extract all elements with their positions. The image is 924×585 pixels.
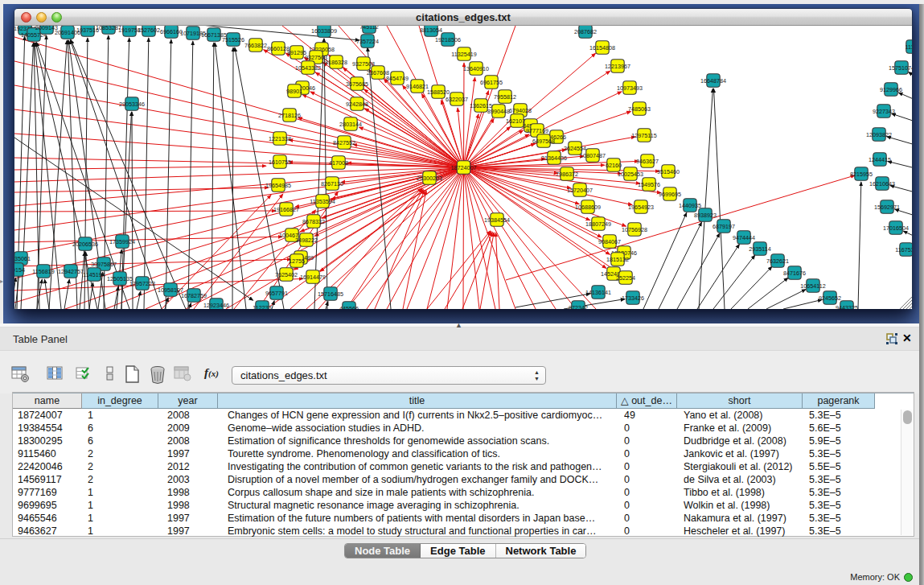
svg-text:9084067: 9084067 (598, 238, 621, 245)
svg-text:10543382: 10543382 (295, 64, 321, 72)
svg-text:10688609: 10688609 (575, 204, 601, 211)
svg-text:7625402: 7625402 (275, 271, 298, 278)
svg-text:1527602: 1527602 (138, 27, 160, 34)
svg-text:9129966: 9129966 (880, 86, 902, 93)
svg-text:9327508: 9327508 (352, 60, 375, 68)
svg-text:1145194: 1145194 (83, 271, 105, 278)
svg-text:30975867: 30975867 (91, 261, 117, 268)
svg-text:6879197: 6879197 (713, 223, 735, 230)
svg-text:9777169: 9777169 (526, 127, 548, 134)
svg-text:7485063: 7485063 (628, 105, 651, 113)
svg-text:16782759: 16782759 (181, 292, 207, 299)
svg-text:3624554: 3624554 (564, 145, 586, 152)
svg-text:8813054: 8813054 (420, 27, 442, 34)
svg-text:1610755: 1610755 (269, 159, 291, 166)
svg-text:8186328: 8186328 (325, 59, 347, 66)
svg-text:19166827: 19166827 (273, 206, 299, 213)
svg-text:8471676: 8471676 (783, 270, 806, 277)
svg-text:6322037: 6322037 (446, 96, 468, 103)
svg-text:1549576: 1549576 (638, 181, 660, 188)
svg-text:10756928: 10756928 (622, 226, 647, 233)
svg-text:3498222: 3498222 (295, 237, 318, 244)
svg-text:13640910: 13640910 (463, 65, 489, 72)
svg-text:1167533: 1167533 (895, 246, 912, 253)
svg-text:9463627: 9463627 (636, 158, 659, 165)
svg-text:252254: 252254 (616, 274, 635, 282)
svg-text:12942757: 12942757 (58, 268, 84, 275)
svg-text:6966160: 6966160 (160, 28, 183, 35)
svg-text:1733426: 1733426 (622, 295, 644, 302)
svg-text:17359924: 17359924 (109, 238, 135, 245)
svg-text:11325419: 11325419 (451, 51, 476, 58)
svg-text:2935114: 2935114 (749, 245, 770, 253)
svg-text:62160: 62160 (606, 162, 622, 169)
svg-text:2803144: 2803144 (339, 121, 362, 128)
svg-text:11124: 11124 (906, 43, 912, 51)
svg-text:17957223: 17957223 (129, 280, 155, 287)
svg-text:12093822: 12093822 (866, 131, 892, 138)
svg-text:19384554: 19384554 (484, 216, 510, 224)
svg-text:8454749: 8454749 (386, 75, 409, 82)
svg-text:8938923: 8938923 (694, 212, 717, 219)
svg-text:9242848: 9242848 (346, 101, 368, 108)
svg-text:12213967: 12213967 (605, 63, 630, 70)
svg-text:8660128: 8660128 (267, 45, 290, 52)
svg-text:16210643: 16210643 (869, 180, 895, 187)
svg-text:25300203: 25300203 (417, 175, 442, 182)
svg-text:7515526: 7515526 (222, 36, 244, 43)
svg-text:9474444: 9474444 (733, 234, 755, 241)
svg-text:6961755: 6961755 (480, 79, 503, 86)
svg-text:11353594: 11353594 (310, 198, 335, 205)
svg-text:15720407: 15720407 (567, 187, 593, 194)
svg-text:98901: 98901 (286, 88, 302, 95)
svg-text:9515460: 9515460 (657, 168, 680, 175)
svg-text:16914479: 16914479 (300, 274, 326, 281)
svg-text:2087682: 2087682 (574, 28, 597, 35)
svg-text:1588520: 1588520 (427, 89, 450, 96)
svg-text:8678332: 8678332 (302, 218, 325, 225)
svg-text:1221338: 1221338 (269, 135, 291, 142)
svg-text:10958107: 10958107 (158, 286, 183, 294)
svg-text:9245652: 9245652 (819, 295, 841, 302)
svg-text:17016504: 17016504 (883, 225, 909, 232)
svg-text:9227343: 9227343 (873, 108, 895, 115)
svg-text:445566: 445566 (339, 305, 359, 309)
svg-text:7357224: 7357224 (356, 38, 379, 45)
svg-text:10973493: 10973493 (617, 84, 643, 92)
svg-text:7632621: 7632621 (766, 257, 789, 265)
svg-text:29053346: 29053346 (119, 101, 145, 108)
svg-text:15692971: 15692971 (874, 204, 900, 211)
svg-text:14136141: 14136141 (585, 289, 611, 296)
svg-text:19654923: 19654923 (628, 204, 654, 211)
svg-text:10807487: 10807487 (580, 152, 606, 159)
svg-text:15716485: 15716485 (318, 290, 343, 298)
svg-text:417008: 417008 (329, 159, 348, 167)
svg-text:1156819: 1156819 (32, 268, 54, 275)
svg-text:872342: 872342 (569, 304, 588, 309)
svg-text:20206536: 20206536 (72, 241, 98, 248)
svg-text:9699695: 9699695 (659, 191, 681, 198)
svg-text:1815132: 1815132 (606, 256, 629, 263)
svg-text:8427552: 8427552 (333, 139, 355, 146)
svg-text:21364436: 21364436 (541, 154, 567, 162)
svg-text:8990448: 8990448 (487, 108, 510, 115)
svg-text:1440935: 1440935 (679, 202, 701, 209)
svg-text:8215955: 8215955 (850, 171, 873, 178)
svg-text:39154: 39154 (14, 266, 25, 274)
svg-text:6794028: 6794028 (509, 107, 532, 114)
svg-text:9146821: 9146821 (406, 83, 429, 90)
svg-text:7955812: 7955812 (494, 93, 516, 101)
svg-text:18807249: 18807249 (585, 220, 611, 228)
svg-text:19218506: 19218506 (435, 36, 461, 43)
svg-text:15751074: 15751074 (889, 64, 912, 72)
svg-text:745112: 745112 (359, 26, 378, 31)
svg-text:10025453: 10025453 (618, 171, 643, 178)
svg-text:16648784: 16648784 (700, 77, 726, 84)
svg-text:16033809: 16033809 (311, 27, 337, 35)
svg-text:19654985: 19654985 (265, 182, 291, 189)
svg-text:12975115: 12975115 (631, 132, 656, 139)
svg-text:3675685: 3675685 (346, 80, 368, 88)
svg-text:435061: 435061 (14, 255, 31, 262)
svg-text:10654112: 10654112 (800, 282, 825, 290)
svg-text:8267130: 8267130 (321, 180, 343, 187)
